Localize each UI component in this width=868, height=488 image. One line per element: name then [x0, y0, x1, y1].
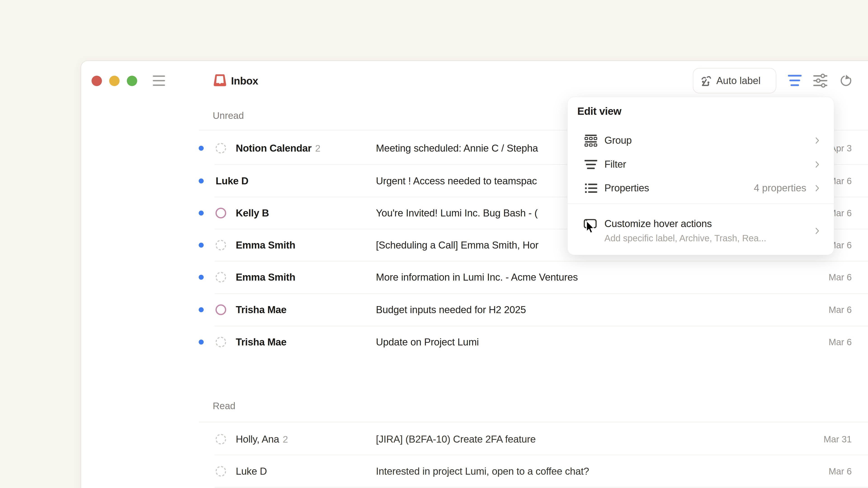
edit-view-title: Edit view: [577, 104, 621, 119]
menu-item-label: Group: [604, 134, 632, 147]
read-section-header: Read: [213, 399, 235, 413]
properties-count: 4 properties: [754, 182, 806, 194]
email-subject: Update on Project Lumi: [376, 335, 479, 349]
divider: [215, 487, 868, 488]
unread-dot: [199, 210, 204, 216]
email-date: Mar 6: [829, 466, 852, 477]
divider: [199, 422, 868, 422]
email-row[interactable]: Luke D Interested in project Lumi, open …: [0, 455, 868, 487]
email-date: Mar 31: [824, 433, 852, 445]
sender-name: Kelly B: [236, 207, 269, 219]
thread-count: 2: [279, 434, 288, 445]
sidebar-menu-button[interactable]: [150, 72, 168, 90]
email-date: Mar 6: [829, 336, 852, 348]
menu-item-group[interactable]: Group: [567, 128, 834, 152]
divider: [567, 203, 834, 204]
hamburger-icon: [153, 75, 165, 77]
email-subject: More information in Lumi Inc. - Acme Ven…: [376, 271, 578, 284]
unread-dot: [199, 307, 204, 312]
sender-name: Emma Smith: [236, 239, 296, 251]
close-window-button[interactable]: [92, 76, 102, 86]
email-subject: Urgent ! Access needed to teamspac: [376, 174, 537, 188]
auto-label-button[interactable]: Auto label: [693, 68, 776, 93]
email-row[interactable]: Emma Smith More information in Lumi Inc.…: [0, 261, 868, 293]
menu-item-properties[interactable]: Properties 4 properties: [567, 176, 834, 200]
email-subject: Meeting scheduled: Annie C / Stepha: [376, 142, 538, 155]
unread-section-header: Unread: [213, 109, 244, 123]
properties-list-icon: [584, 182, 597, 195]
chevron-right-icon: [815, 185, 819, 192]
email-subject: [Scheduling a Call] Emma Smith, Hor: [376, 238, 538, 252]
chevron-right-icon: [815, 137, 819, 144]
sender-name: Notion Calendar: [236, 142, 311, 154]
menu-item-label: Properties: [604, 182, 649, 195]
thread-count: 2: [311, 143, 320, 154]
auto-label-wand-icon: [699, 74, 713, 88]
sender-name: Luke D: [216, 175, 248, 186]
avatar-rose-circle: [215, 207, 226, 219]
menu-item-subtitle: Add specific label, Archive, Trash, Rea.…: [604, 232, 766, 244]
sender-name: Holly, Ana: [236, 433, 279, 445]
email-subject: Budget inputs needed for H2 2025: [376, 303, 526, 316]
edit-view-popover: Edit view Group Filter: [567, 97, 834, 255]
menu-item-filter[interactable]: Filter: [567, 152, 834, 176]
menu-item-customize-hover-actions[interactable]: Customize hover actions Add specific lab…: [567, 210, 834, 251]
sender-name: Emma Smith: [236, 271, 296, 283]
sender-name: Luke D: [236, 466, 267, 477]
avatar-dashed-circle: [215, 143, 226, 154]
unread-dot: [199, 242, 204, 248]
view-settings-sliders-icon[interactable]: [813, 74, 827, 88]
mouse-cursor: [586, 221, 596, 234]
group-icon: [584, 134, 597, 147]
email-row[interactable]: Trisha Mae Budget inputs needed for H2 2…: [0, 294, 868, 326]
zoom-window-button[interactable]: [127, 76, 137, 86]
chevron-right-icon: [815, 161, 819, 168]
email-subject: You're Invited! Lumi Inc. Bug Bash - (: [376, 206, 538, 220]
minimize-window-button[interactable]: [109, 76, 120, 86]
avatar-dashed-circle: [215, 466, 226, 477]
email-date: Mar 6: [829, 271, 852, 283]
sender-name: Trisha Mae: [236, 304, 286, 315]
menu-item-label: Customize hover actions: [604, 217, 712, 230]
avatar-rose-circle: [215, 304, 226, 315]
avatar-dashed-circle: [215, 240, 226, 251]
email-row[interactable]: Holly, Ana2 [JIRA] (B2FA-10) Create 2FA …: [0, 423, 868, 455]
auto-label-button-label: Auto label: [716, 75, 761, 86]
email-row[interactable]: Trisha Mae Update on Project Lumi Mar 6: [0, 326, 868, 358]
email-date: Mar 6: [829, 304, 852, 315]
avatar-dashed-circle: [215, 272, 226, 283]
menu-item-label: Filter: [604, 158, 626, 171]
chevron-right-icon: [815, 228, 819, 234]
avatar-dashed-circle: [215, 434, 226, 445]
filter-icon: [584, 158, 597, 171]
page-title: Inbox: [231, 74, 258, 87]
unread-dot: [199, 178, 204, 184]
filter-active-icon[interactable]: [788, 74, 802, 88]
inbox-icon: [213, 74, 227, 87]
refresh-icon[interactable]: [840, 74, 852, 87]
email-subject: [JIRA] (B2FA-10) Create 2FA feature: [376, 433, 536, 446]
unread-dot: [199, 339, 204, 345]
unread-dot: [199, 275, 204, 280]
sender-name: Trisha Mae: [236, 336, 286, 348]
email-subject: Interested in project Lumi, open to a co…: [376, 465, 589, 478]
unread-dot: [199, 146, 204, 151]
avatar-dashed-circle: [215, 337, 226, 348]
